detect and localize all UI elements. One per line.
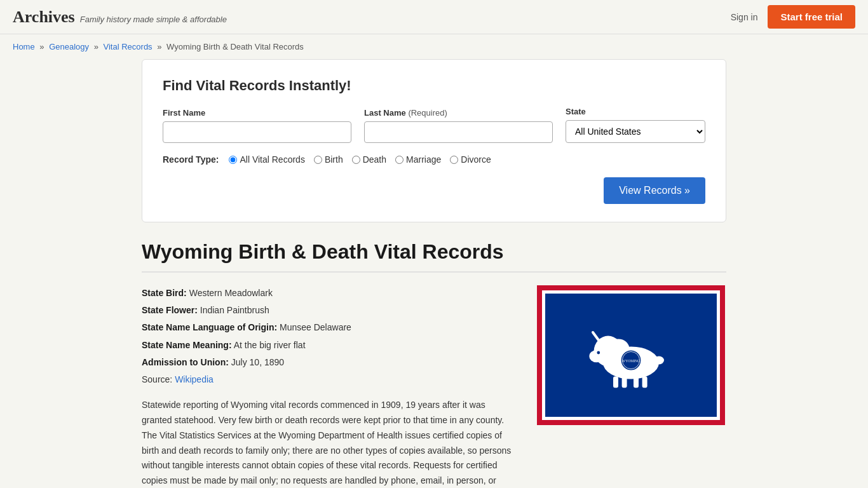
flag-container: WYOMING — [537, 285, 725, 425]
svg-point-5 — [654, 356, 664, 365]
radio-all-vital-label: All Vital Records — [240, 154, 304, 165]
source-label: Source: — [142, 374, 172, 384]
last-name-input[interactable] — [364, 121, 553, 143]
breadcrumb-vital-records[interactable]: Vital Records — [104, 42, 153, 51]
radio-divorce[interactable]: Divorce — [450, 154, 491, 165]
breadcrumb-separator-1: » — [39, 42, 44, 51]
breadcrumb-separator-3: » — [157, 42, 161, 51]
content-section: State Bird: Western Meadowlark State Flo… — [142, 285, 726, 488]
first-name-group: First Name — [163, 108, 351, 143]
state-label: State — [566, 107, 705, 116]
source-link[interactable]: Wikipedia — [175, 374, 214, 384]
radio-death-label: Death — [363, 154, 386, 165]
content-text: State Bird: Western Meadowlark State Flo… — [142, 285, 518, 488]
radio-all-vital[interactable]: All Vital Records — [229, 154, 304, 165]
admission-row: Admission to Union: July 10, 1890 — [142, 355, 518, 370]
admission-value: July 10, 1890 — [231, 357, 284, 367]
radio-death-input[interactable] — [352, 156, 360, 164]
radio-birth[interactable]: Birth — [314, 154, 343, 165]
state-group: State All United States Alabama Alaska A… — [566, 107, 705, 143]
last-name-group: Last Name (Required) — [364, 108, 553, 143]
state-name-meaning-label: State Name Meaning: — [142, 340, 232, 350]
view-records-button[interactable]: View Records » — [604, 177, 705, 204]
first-name-input[interactable] — [163, 121, 351, 143]
last-name-label: Last Name (Required) — [364, 108, 553, 118]
radio-birth-input[interactable] — [314, 156, 322, 164]
source-row: Source: Wikipedia — [142, 372, 518, 388]
radio-death[interactable]: Death — [352, 154, 386, 165]
state-name-origin-label: State Name Language of Origin: — [142, 322, 277, 332]
breadcrumb-current: Wyoming Birth & Death Vital Records — [166, 42, 304, 51]
logo: Archives — [13, 8, 75, 27]
tagline: Family history made simple & affordable — [80, 15, 227, 24]
state-bird-label: State Bird: — [142, 288, 187, 298]
svg-rect-6 — [613, 377, 618, 388]
svg-rect-9 — [642, 377, 648, 388]
state-flower-label: State Flower: — [142, 305, 198, 315]
breadcrumb-home[interactable]: Home — [13, 42, 35, 51]
breadcrumb-separator-2: » — [94, 42, 98, 51]
radio-divorce-input[interactable] — [450, 156, 458, 164]
sign-in-link[interactable]: Sign in — [731, 12, 758, 22]
record-type-label: Record Type: — [163, 154, 219, 165]
first-name-label: First Name — [163, 108, 351, 118]
main-container: Find Vital Records Instantly! First Name… — [129, 59, 739, 488]
radio-birth-label: Birth — [325, 154, 343, 165]
svg-point-10 — [597, 351, 600, 355]
state-flag: WYOMING — [536, 285, 726, 488]
state-select[interactable]: All United States Alabama Alaska Arizona… — [566, 120, 705, 143]
admission-label: Admission to Union: — [142, 357, 229, 367]
state-flower-row: State Flower: Indian Paintbrush — [142, 302, 518, 318]
state-bird-row: State Bird: Western Meadowlark — [142, 285, 518, 301]
search-fields-row: First Name Last Name (Required) State Al… — [163, 107, 705, 143]
breadcrumb-genealogy[interactable]: Genealogy — [49, 42, 89, 51]
buffalo-icon: WYOMING — [580, 317, 682, 393]
start-trial-button[interactable]: Start free trial — [768, 5, 855, 29]
radio-all-vital-input[interactable] — [229, 156, 237, 164]
state-name-origin-row: State Name Language of Origin: Munsee De… — [142, 320, 518, 336]
svg-rect-7 — [622, 377, 627, 388]
svg-point-4 — [589, 350, 603, 362]
flag-inner: WYOMING — [542, 290, 720, 420]
last-name-required: (Required) — [408, 108, 447, 118]
breadcrumb: Home » Genealogy » Vital Records » Wyomi… — [0, 34, 868, 59]
page-title: Wyoming Birth & Death Vital Records — [142, 240, 726, 273]
record-type-row: Record Type: All Vital Records Birth Dea… — [163, 154, 705, 165]
radio-marriage-input[interactable] — [395, 156, 403, 164]
search-box: Find Vital Records Instantly! First Name… — [142, 59, 726, 222]
search-footer: View Records » — [163, 177, 705, 204]
flag-blue: WYOMING — [545, 294, 717, 417]
state-name-meaning-value: At the big river flat — [234, 340, 306, 350]
state-name-meaning-row: State Name Meaning: At the big river fla… — [142, 337, 518, 353]
logo-section: Archives Family history made simple & af… — [13, 8, 227, 27]
description-1: Statewide reporting of Wyoming vital rec… — [142, 398, 518, 488]
radio-marriage-label: Marriage — [406, 154, 441, 165]
header-actions: Sign in Start free trial — [731, 5, 855, 29]
state-bird-value: Western Meadowlark — [189, 288, 273, 298]
state-name-origin-value: Munsee Delaware — [280, 322, 351, 332]
radio-divorce-label: Divorce — [461, 154, 491, 165]
radio-marriage[interactable]: Marriage — [395, 154, 441, 165]
radio-group: All Vital Records Birth Death Marriage D… — [229, 154, 491, 165]
svg-text:WYOMING: WYOMING — [622, 359, 640, 363]
search-title: Find Vital Records Instantly! — [163, 78, 705, 94]
header: Archives Family history made simple & af… — [0, 0, 868, 34]
state-facts: State Bird: Western Meadowlark State Flo… — [142, 285, 518, 388]
state-flower-value: Indian Paintbrush — [200, 305, 269, 315]
svg-rect-8 — [634, 377, 639, 388]
